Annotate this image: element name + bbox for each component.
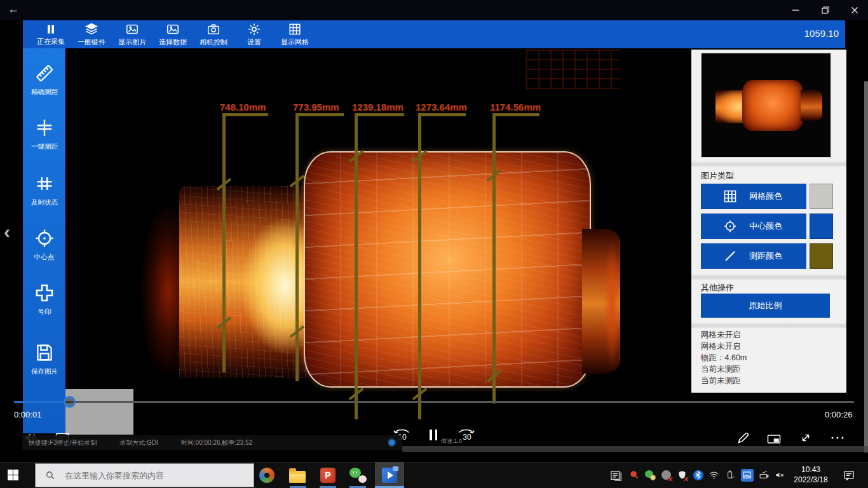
search-input[interactable] bbox=[64, 470, 244, 481]
window-titlebar bbox=[0, 0, 868, 20]
movies-tv-icon[interactable] bbox=[381, 466, 398, 484]
measure-color-label: 测距颜色 bbox=[749, 250, 782, 262]
toolbar-item-settings[interactable]: 设置 bbox=[234, 22, 275, 47]
toolbar-item-forging-type[interactable]: 一般锻件 bbox=[71, 22, 112, 47]
gear-icon bbox=[247, 22, 261, 36]
wifi-icon[interactable] bbox=[709, 470, 719, 480]
elapsed-time: 0:00:01 bbox=[14, 410, 41, 419]
usb-device-icon[interactable] bbox=[724, 470, 735, 480]
status-line: 网格未开启 bbox=[701, 341, 741, 353]
pause-icon bbox=[44, 23, 57, 36]
image-icon bbox=[166, 22, 180, 36]
watermark-time: 时间:00:00:26,帧率:23.52 bbox=[181, 438, 252, 447]
line-icon bbox=[722, 248, 738, 264]
measure-color-button[interactable]: 测距颜色 bbox=[701, 243, 806, 269]
measure-color-swatch[interactable] bbox=[810, 243, 833, 269]
grid-color-label: 网格颜色 bbox=[749, 191, 782, 202]
news-widget-icon[interactable] bbox=[609, 470, 624, 480]
photos-tray-icon[interactable] bbox=[740, 470, 754, 480]
toolbar-item-label: 正在采集 bbox=[37, 37, 65, 46]
taskbar-search[interactable] bbox=[35, 463, 254, 487]
fullscreen-button[interactable] bbox=[798, 430, 813, 445]
more-options-button[interactable] bbox=[830, 434, 845, 442]
image-icon bbox=[125, 22, 139, 36]
close-button[interactable] bbox=[845, 4, 864, 17]
center-color-label: 中心颜色 bbox=[749, 220, 782, 232]
measurement-bar bbox=[222, 113, 268, 116]
screen: ← 正在采集 一般锻件 显示图片 选择数据 相机控制 bbox=[0, 0, 868, 488]
mini-player-button[interactable] bbox=[766, 431, 782, 447]
pause-bar bbox=[435, 430, 438, 440]
thumb-forging-body bbox=[742, 80, 803, 131]
toolbar-item-show-grid[interactable]: 显示网格 bbox=[275, 22, 315, 47]
layers-icon bbox=[85, 22, 98, 36]
toolbar-item-show-image[interactable]: 显示图片 bbox=[112, 22, 153, 47]
measurement-label: 1239.18mm bbox=[352, 102, 403, 112]
pause-button[interactable] bbox=[430, 430, 437, 440]
restore-button[interactable] bbox=[816, 4, 835, 17]
start-button[interactable] bbox=[8, 470, 18, 480]
seek-bar-progress bbox=[14, 401, 64, 403]
panel-divider bbox=[691, 161, 846, 166]
system-tray bbox=[609, 462, 785, 488]
app-toolbar: 正在采集 一般锻件 显示图片 选择数据 相机控制 设置 显示网格 1059.10 bbox=[23, 20, 845, 48]
taskbar-clock[interactable]: 10:43 2022/3/18 bbox=[788, 464, 834, 485]
stamp-icon bbox=[34, 282, 55, 304]
preview-thumbnail[interactable] bbox=[701, 53, 831, 158]
measurement-bar bbox=[355, 113, 404, 116]
forging-end-glow bbox=[604, 240, 620, 367]
toolbar-item-capturing[interactable]: 正在采集 bbox=[31, 23, 71, 46]
measurement-label: 748.10mm bbox=[220, 102, 266, 112]
toolbar-item-label: 相机控制 bbox=[200, 37, 227, 47]
bluetooth-icon[interactable] bbox=[693, 470, 703, 480]
toolbar-item-camera-control[interactable]: 相机控制 bbox=[193, 22, 234, 47]
file-explorer-icon[interactable] bbox=[288, 466, 306, 484]
forging-shaft bbox=[179, 186, 311, 378]
original-scale-button[interactable]: 原始比例 bbox=[701, 294, 830, 318]
skip-forward-button[interactable]: 30 bbox=[458, 427, 477, 442]
powerpoint-icon[interactable]: P bbox=[319, 466, 337, 484]
sidebar-item-label: 中心点 bbox=[34, 252, 54, 261]
toolbar-item-select-data[interactable]: 选择数据 bbox=[153, 22, 193, 47]
remaining-time: 0:00:26 bbox=[825, 410, 852, 419]
disabled-app-tray-icon[interactable] bbox=[661, 470, 672, 480]
grid-color-swatch[interactable] bbox=[810, 184, 833, 209]
back-arrow-icon[interactable]: ← bbox=[8, 3, 19, 16]
toolbar-item-label: 显示图片 bbox=[118, 37, 146, 47]
measure-color-row: 测距颜色 bbox=[701, 243, 833, 269]
seek-bar-track[interactable] bbox=[14, 401, 854, 403]
sidebar-item-stamp[interactable]: 号印 bbox=[23, 282, 65, 316]
wechat-tray-icon[interactable] bbox=[645, 470, 656, 480]
minimize-button[interactable] bbox=[786, 4, 805, 17]
grid-color-row: 网格颜色 bbox=[701, 184, 833, 209]
seek-bar-knob[interactable] bbox=[64, 396, 76, 408]
thumb-forging-end bbox=[801, 90, 822, 121]
grid-color-button[interactable]: 网格颜色 bbox=[701, 184, 806, 209]
sidebar-item-one-key-measure[interactable]: 一键测距 bbox=[23, 117, 65, 151]
sidebar-item-center-point[interactable]: 中心点 bbox=[23, 227, 65, 262]
toolbar-item-label: 一般锻件 bbox=[78, 37, 105, 47]
sidebar-item-precise-measure[interactable]: 精确测距 bbox=[23, 62, 65, 97]
recorder-watermark: 快捷键:F3停止/开始录制 录制方式:GDI 时间:00:00:26,帧率:23… bbox=[22, 435, 402, 450]
measurement-reading: 1059.10 bbox=[804, 28, 839, 39]
defender-shield-icon[interactable] bbox=[677, 470, 688, 480]
settings-panel: 图片类型 网格颜色 中心颜色 测距颜色 其他操作 原始比例 网 bbox=[691, 50, 846, 393]
pen-battery-icon[interactable] bbox=[759, 470, 770, 480]
sidebar-item-live-status[interactable]: 及时状态 bbox=[23, 173, 65, 207]
action-center-icon[interactable] bbox=[843, 469, 855, 482]
search-icon bbox=[44, 470, 56, 481]
watermark-hotkey: 快捷键:F3停止/开始录制 bbox=[29, 438, 97, 447]
edit-pencil-button[interactable] bbox=[736, 430, 751, 445]
sidebar-item-save-image[interactable]: 保存图片 bbox=[23, 342, 65, 376]
wechat-icon[interactable] bbox=[349, 466, 367, 484]
volume-muted-icon[interactable] bbox=[775, 470, 785, 480]
red-search-tray-icon[interactable] bbox=[629, 470, 640, 480]
center-color-button[interactable]: 中心颜色 bbox=[701, 214, 806, 239]
measurement-line bbox=[222, 113, 226, 372]
center-color-swatch[interactable] bbox=[810, 214, 833, 239]
grid-icon bbox=[288, 22, 302, 36]
colorful-app-icon[interactable] bbox=[258, 466, 276, 484]
watermark-mode: 录制方式:GDI bbox=[119, 438, 158, 447]
previous-chevron-icon[interactable]: ‹ bbox=[4, 221, 10, 243]
panel-divider bbox=[691, 323, 846, 328]
